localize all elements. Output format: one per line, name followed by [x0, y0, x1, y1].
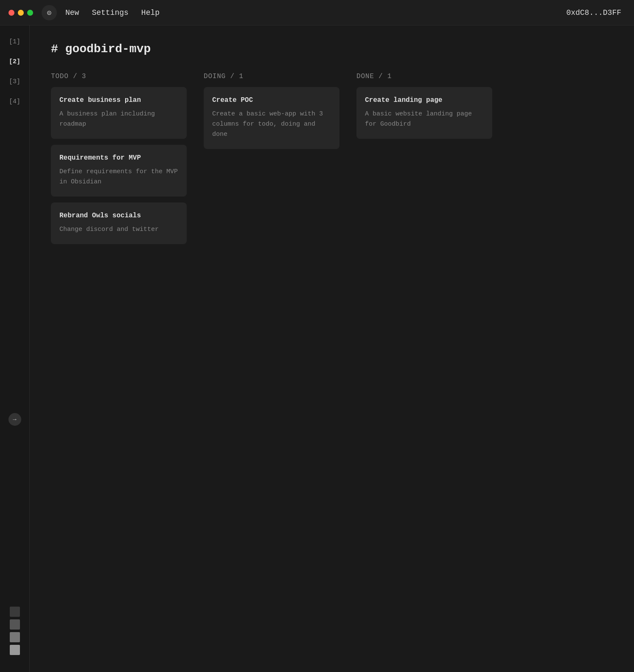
card-description: Define requirements for the MVP in Obsid… [59, 167, 178, 187]
new-nav-item[interactable]: New [65, 8, 79, 17]
nav-items: New Settings Help [65, 8, 160, 17]
titlebar: ⊙ New Settings Help 0xdC8...D3FF [0, 0, 634, 25]
nav-arrow-button[interactable]: → [8, 413, 21, 426]
maximize-button[interactable] [27, 10, 33, 16]
card-title: Create landing page [365, 96, 484, 104]
card-description: A basic website landing page for Goodbir… [365, 109, 484, 129]
card-requirements-mvp[interactable]: Requirements for MVP Define requirements… [51, 145, 187, 197]
swatch-2 [10, 619, 20, 630]
todo-cards: Create business plan A business plan inc… [51, 87, 187, 244]
sidebar: [1] [2] [3] [4] → [0, 25, 30, 672]
card-description: A business plan including roadmap [59, 109, 178, 129]
column-header-todo: TODO / 3 [51, 73, 187, 80]
content-area: # goodbird-mvp TODO / 3 Create business … [30, 25, 634, 672]
swatch-1 [10, 607, 20, 617]
sidebar-item-1[interactable]: [1] [9, 38, 20, 45]
card-rebrand-owls[interactable]: Rebrand Owls socials Change discord and … [51, 202, 187, 244]
settings-nav-item[interactable]: Settings [92, 8, 128, 17]
app-logo-icon: ⊙ [42, 5, 57, 20]
card-title: Create business plan [59, 96, 178, 104]
swatch-3 [10, 632, 20, 642]
card-title: Create POC [212, 96, 331, 104]
column-todo: TODO / 3 Create business plan A business… [51, 73, 187, 244]
card-create-business-plan[interactable]: Create business plan A business plan inc… [51, 87, 187, 139]
card-description: Change discord and twitter [59, 225, 178, 235]
card-title: Requirements for MVP [59, 154, 178, 162]
column-header-doing: DOING / 1 [204, 73, 339, 80]
minimize-button[interactable] [18, 10, 24, 16]
help-nav-item[interactable]: Help [141, 8, 160, 17]
swatch-4 [10, 645, 20, 655]
card-create-landing-page[interactable]: Create landing page A basic website land… [356, 87, 492, 139]
page-title: # goodbird-mvp [51, 42, 613, 56]
card-description: Create a basic web-app with 3 columns fo… [212, 109, 331, 140]
close-button[interactable] [8, 10, 14, 16]
sidebar-item-2[interactable]: [2] [9, 58, 20, 65]
doing-cards: Create POC Create a basic web-app with 3… [204, 87, 339, 149]
card-title: Rebrand Owls socials [59, 212, 178, 219]
main-container: [1] [2] [3] [4] → # goodbird-mvp TODO / … [0, 25, 634, 672]
column-header-done: DONE / 1 [356, 73, 492, 80]
column-doing: DOING / 1 Create POC Create a basic web-… [204, 73, 339, 149]
done-cards: Create landing page A basic website land… [356, 87, 492, 139]
sidebar-item-4[interactable]: [4] [9, 98, 20, 105]
sidebar-item-3[interactable]: [3] [9, 78, 20, 85]
wallet-address: 0xdC8...D3FF [566, 8, 621, 17]
kanban-board: TODO / 3 Create business plan A business… [51, 73, 613, 244]
sidebar-swatches [10, 607, 20, 655]
traffic-lights [8, 10, 33, 16]
card-create-poc[interactable]: Create POC Create a basic web-app with 3… [204, 87, 339, 149]
column-done: DONE / 1 Create landing page A basic web… [356, 73, 492, 139]
